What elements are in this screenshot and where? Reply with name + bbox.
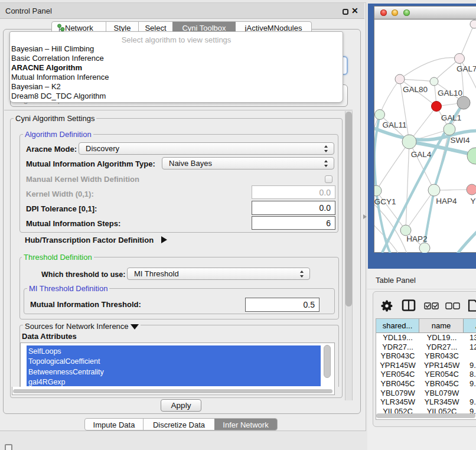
svg-text:HAP2: HAP2 <box>406 234 427 243</box>
svg-text:GAL4: GAL4 <box>411 150 432 159</box>
svg-text:GAL80: GAL80 <box>403 85 428 94</box>
svg-text:HAP4: HAP4 <box>436 197 457 206</box>
svg-text:GAL10: GAL10 <box>438 89 462 97</box>
svg-text:GAL1: GAL1 <box>441 113 462 122</box>
svg-text:GCY1: GCY1 <box>374 197 396 206</box>
svg-text:GAL11: GAL11 <box>382 120 406 129</box>
svg-text:Y: Y <box>470 197 475 206</box>
svg-text:SWI4: SWI4 <box>450 136 470 145</box>
svg-text:GAL7: GAL7 <box>457 64 476 73</box>
